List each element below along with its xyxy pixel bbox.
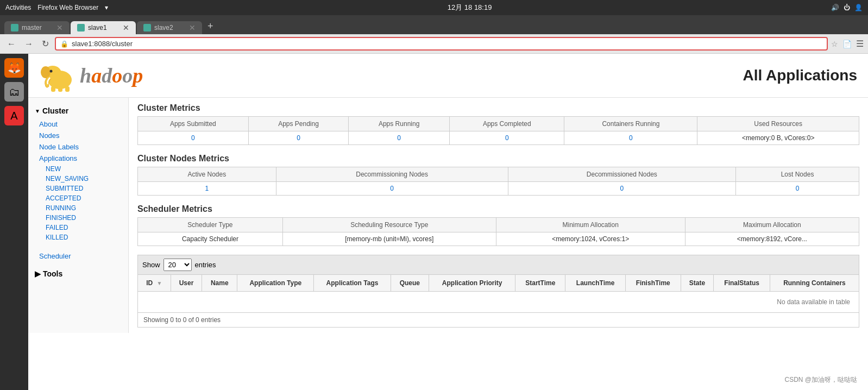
- firefox-icon: 🦊: [8, 61, 21, 74]
- tab-close-slave1[interactable]: ✕: [123, 24, 129, 32]
- tab-master[interactable]: master ✕: [4, 21, 70, 34]
- network-icon: 🔊: [831, 4, 839, 11]
- sidebar-sublink-new[interactable]: NEW: [28, 164, 128, 174]
- hadoop-page: hadoop All Applications ▼ Cluster About: [28, 54, 868, 333]
- sidebar-sublink-running[interactable]: RUNNING: [28, 203, 128, 213]
- sidebar-sublink-finished[interactable]: FINISHED: [28, 213, 128, 223]
- webpage: hadoop All Applications ▼ Cluster About: [28, 54, 868, 390]
- page-title: All Applications: [743, 67, 857, 84]
- add-tab-button[interactable]: +: [203, 18, 218, 34]
- address-right-icons: ☆ 📄 ☰: [831, 39, 864, 49]
- address-bar-row: ← → ↻ 🔒 ☆ 📄 ☰: [0, 34, 868, 54]
- cm-val-submitted[interactable]: 0: [138, 131, 249, 145]
- sm-val-type: Capacity Scheduler: [138, 232, 283, 246]
- back-button[interactable]: ←: [4, 38, 18, 50]
- sidebar-item-scheduler[interactable]: Scheduler: [28, 250, 128, 262]
- sm-val-resource-type: [memory-mb (unit=Mi), vcores]: [282, 232, 496, 246]
- tab-slave2[interactable]: slave2 ✕: [137, 21, 202, 34]
- entries-label: entries: [195, 261, 216, 269]
- cm-header-completed: Apps Completed: [450, 117, 564, 131]
- show-entries-row: Show 20 50 100 entries: [137, 255, 859, 274]
- browser-window: master ✕ slave1 ✕ slave2 ✕ + ← → ↻ 🔒: [0, 15, 868, 390]
- col-app-priority[interactable]: Application Priority: [429, 275, 515, 292]
- tools-arrow-icon: ▶: [35, 269, 41, 278]
- user-icon: 👤: [854, 4, 863, 11]
- no-data-row: No data available in table: [138, 292, 859, 313]
- cm-val-containers[interactable]: 0: [564, 131, 697, 145]
- cn-header-lost: Lost Nodes: [736, 167, 859, 182]
- sidebar-cluster-header[interactable]: ▼ Cluster: [28, 103, 128, 118]
- svg-rect-5: [58, 86, 62, 92]
- activities-label[interactable]: Activities: [5, 4, 31, 11]
- col-app-tags[interactable]: Application Tags: [314, 275, 391, 292]
- dock-appstore[interactable]: A: [4, 106, 24, 125]
- col-running-containers[interactable]: Running Containers: [770, 275, 859, 292]
- reload-button[interactable]: ↻: [39, 37, 52, 50]
- sidebar-sublink-accepted[interactable]: ACCEPTED: [28, 193, 128, 203]
- cluster-nodes-table: Active Nodes Decommissioning Nodes Decom…: [137, 167, 859, 196]
- sort-arrow-id: ▼: [157, 280, 162, 286]
- cm-header-running: Apps Running: [349, 117, 450, 131]
- sidebar-item-applications[interactable]: Applications: [28, 153, 128, 164]
- browser-chrome: master ✕ slave1 ✕ slave2 ✕ +: [0, 15, 868, 34]
- files-icon: 🗂: [9, 86, 20, 98]
- sidebar-item-node-labels[interactable]: Node Labels: [28, 141, 128, 153]
- address-input[interactable]: [72, 40, 822, 48]
- cm-header-containers: Containers Running: [564, 117, 697, 131]
- sidebar-sublink-new-saving[interactable]: NEW_SAVING: [28, 174, 128, 184]
- col-finish-time[interactable]: FinishTime: [625, 275, 681, 292]
- col-name[interactable]: Name: [202, 275, 237, 292]
- cluster-metrics-table: Apps Submitted Apps Pending Apps Running…: [137, 116, 859, 145]
- star-icon[interactable]: ☆: [831, 40, 838, 48]
- cm-val-completed[interactable]: 0: [450, 131, 564, 145]
- reader-icon[interactable]: 📄: [842, 40, 852, 48]
- col-queue[interactable]: Queue: [391, 275, 429, 292]
- col-user[interactable]: User: [171, 275, 202, 292]
- tab-close-slave2[interactable]: ✕: [189, 24, 196, 32]
- page-body: ▼ Cluster About Nodes Node Labels Applic…: [28, 98, 868, 333]
- sidebar-sublink-submitted[interactable]: SUBMITTED: [28, 184, 128, 193]
- browser-label[interactable]: Firefox Web Browser: [37, 4, 98, 11]
- cn-val-decommissioned[interactable]: 0: [508, 182, 736, 196]
- applications-table: ID ▼ User Name Application Type Applicat…: [137, 274, 859, 313]
- watermark: CSDN @加油呀，哒哒哒: [784, 375, 857, 385]
- col-id[interactable]: ID ▼: [138, 275, 171, 292]
- sidebar-tools-header[interactable]: ▶ Tools: [28, 266, 128, 281]
- sm-header-resource-type: Scheduling Resource Type: [282, 218, 496, 232]
- os-topbar: Activities Firefox Web Browser ▾ 12月 18 …: [0, 0, 868, 15]
- cn-header-decommissioned: Decommissioned Nodes: [508, 167, 736, 182]
- sidebar-item-about[interactable]: About: [28, 118, 128, 130]
- cm-val-pending[interactable]: 0: [248, 131, 349, 145]
- tab-slave1[interactable]: slave1 ✕: [71, 21, 136, 34]
- dock-files[interactable]: 🗂: [4, 82, 24, 102]
- hadoop-logo-text: hadoop: [80, 64, 143, 87]
- col-state[interactable]: State: [681, 275, 714, 292]
- svg-point-2: [41, 66, 51, 78]
- dock-firefox[interactable]: 🦊: [4, 58, 24, 78]
- cm-header-pending: Apps Pending: [248, 117, 349, 131]
- entries-select[interactable]: 20 50 100: [163, 259, 192, 271]
- sidebar-sublink-killed[interactable]: KILLED: [28, 232, 128, 242]
- cn-val-active[interactable]: 1: [138, 182, 276, 196]
- col-start-time[interactable]: StartTime: [515, 275, 565, 292]
- tab-close-master[interactable]: ✕: [56, 24, 63, 32]
- cm-header-submitted: Apps Submitted: [138, 117, 249, 131]
- scheduler-metrics-title: Scheduler Metrics: [137, 204, 859, 214]
- browser-content: 🦊 🗂 A: [0, 54, 868, 390]
- cn-val-lost[interactable]: 0: [736, 182, 859, 196]
- sidebar-item-nodes[interactable]: Nodes: [28, 130, 128, 141]
- col-final-status[interactable]: FinalStatus: [714, 275, 770, 292]
- tab-icon-slave2: [143, 24, 151, 32]
- sidebar-sublink-failed[interactable]: FAILED: [28, 223, 128, 232]
- cm-header-used: Used Resources: [697, 117, 859, 131]
- hadoop-logo: hadoop: [39, 59, 143, 92]
- col-app-type[interactable]: Application Type: [237, 275, 314, 292]
- forward-button[interactable]: →: [22, 38, 36, 50]
- hamburger-icon[interactable]: ☰: [856, 39, 864, 49]
- os-topbar-right: 🔊 ⏻ 👤: [831, 4, 863, 11]
- cm-val-running[interactable]: 0: [349, 131, 450, 145]
- cn-val-decommissioning[interactable]: 0: [276, 182, 508, 196]
- svg-rect-6: [65, 86, 70, 92]
- cluster-nodes-row: 1 0 0 0: [138, 182, 859, 196]
- col-launch-time[interactable]: LaunchTime: [565, 275, 626, 292]
